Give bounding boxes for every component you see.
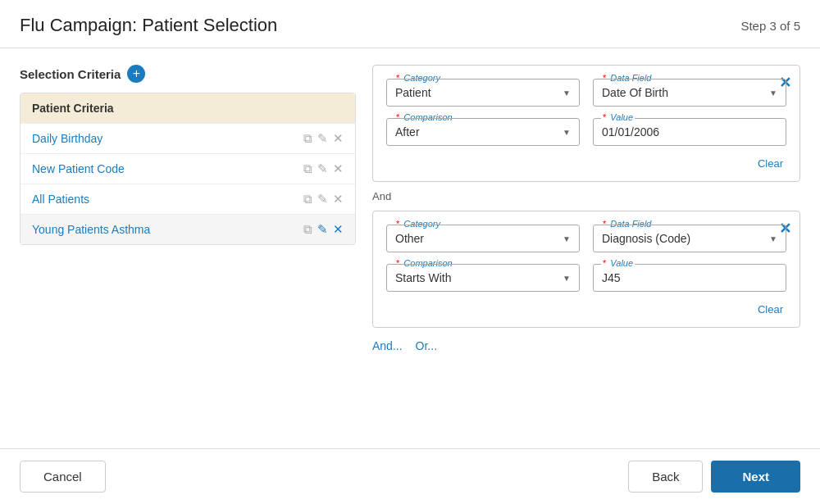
category-select-2[interactable]: Patient Other: [387, 225, 579, 252]
data-field-select-wrapper[interactable]: Date Of Birth Diagnosis (Code): [593, 79, 786, 107]
value-label-2: * Value: [601, 258, 635, 268]
and-link[interactable]: And...: [372, 339, 403, 352]
criteria-item-actions: ⧉ ✎ ✕: [303, 161, 344, 176]
category-select-wrapper-2[interactable]: Patient Other: [386, 225, 580, 252]
page-footer: Cancel Back Next: [0, 448, 820, 504]
comparison-select-wrapper-2[interactable]: After Before Starts With: [386, 264, 580, 292]
category-field-group: * Category Patient Other: [386, 79, 580, 107]
criteria-list-header: Patient Criteria: [20, 93, 355, 123]
block2-top-row: * Category Patient Other * Data Field Da…: [386, 225, 786, 252]
comparison-field-group: * Comparison After Before Starts With: [386, 118, 580, 146]
criteria-block-2: ✕ * Category Patient Other * Data Field: [372, 211, 800, 328]
clear-row-1: Clear: [386, 157, 786, 170]
value-input-2[interactable]: [593, 264, 786, 292]
copy-icon[interactable]: ⧉: [303, 131, 312, 146]
list-item: All Patients ⧉ ✎ ✕: [20, 184, 355, 214]
or-link[interactable]: Or...: [416, 339, 437, 352]
copy-icon[interactable]: ⧉: [303, 222, 312, 237]
criteria-item-actions: ⧉ ✎ ✕: [303, 192, 344, 207]
data-field-group: * Data Field Date Of Birth Diagnosis (Co…: [593, 79, 786, 107]
criteria-list: Patient Criteria Daily Birthday ⧉ ✎ ✕ Ne…: [20, 93, 356, 245]
comparison-field-group-2: * Comparison After Before Starts With: [386, 264, 580, 292]
and-or-row: And... Or...: [372, 339, 800, 352]
data-field-select-2[interactable]: Date Of Birth Diagnosis (Code): [594, 225, 786, 252]
clear-row-2: Clear: [386, 303, 786, 316]
clear-button-2[interactable]: Clear: [758, 303, 783, 316]
criteria-item-actions: ⧉ ✎ ✕: [303, 131, 344, 146]
delete-icon[interactable]: ✕: [333, 161, 344, 176]
data-field-select-wrapper-2[interactable]: Date Of Birth Diagnosis (Code): [593, 225, 786, 252]
value-field-group-2: * Value: [593, 264, 786, 292]
list-item: Daily Birthday ⧉ ✎ ✕: [20, 123, 355, 153]
and-connector-label: And: [372, 190, 800, 202]
edit-icon[interactable]: ✎: [317, 222, 328, 237]
edit-icon[interactable]: ✎: [317, 131, 328, 146]
section-title-label: Selection Criteria: [20, 67, 121, 81]
value-field-group: * Value: [593, 118, 786, 146]
list-item: Young Patients Asthma ⧉ ✎ ✕: [20, 214, 355, 244]
category-select-wrapper[interactable]: Patient Other: [386, 79, 580, 107]
main-content: Selection Criteria + Patient Criteria Da…: [0, 48, 820, 448]
comparison-select-wrapper[interactable]: After Before Starts With: [386, 118, 580, 146]
copy-icon[interactable]: ⧉: [303, 192, 312, 207]
add-criteria-button[interactable]: +: [127, 65, 145, 83]
page-header: Flu Campaign: Patient Selection Step 3 o…: [0, 0, 820, 48]
criteria-item-label[interactable]: Daily Birthday: [32, 132, 102, 145]
left-panel: Selection Criteria + Patient Criteria Da…: [20, 65, 356, 432]
edit-icon[interactable]: ✎: [317, 161, 328, 176]
page-title: Flu Campaign: Patient Selection: [20, 15, 277, 36]
block2-bottom-row: * Comparison After Before Starts With * …: [386, 264, 786, 292]
category-field-group-2: * Category Patient Other: [386, 225, 580, 252]
list-item: New Patient Code ⧉ ✎ ✕: [20, 153, 355, 184]
next-button[interactable]: Next: [711, 461, 800, 493]
footer-right: Back Next: [628, 461, 800, 493]
data-field-group-2: * Data Field Date Of Birth Diagnosis (Co…: [593, 225, 786, 252]
edit-icon[interactable]: ✎: [317, 192, 328, 207]
criteria-item-label[interactable]: Young Patients Asthma: [32, 223, 150, 236]
value-label: * Value: [601, 112, 635, 122]
cancel-button[interactable]: Cancel: [20, 461, 106, 493]
data-field-select[interactable]: Date Of Birth Diagnosis (Code): [594, 79, 786, 106]
block1-top-row: * Category Patient Other * Data Field Da…: [386, 79, 786, 107]
value-input[interactable]: [593, 118, 786, 146]
delete-icon[interactable]: ✕: [333, 192, 344, 207]
criteria-item-label[interactable]: New Patient Code: [32, 162, 125, 175]
back-button[interactable]: Back: [628, 461, 703, 493]
right-panel: ✕ * Category Patient Other * Data Field: [372, 65, 800, 432]
delete-icon[interactable]: ✕: [333, 131, 344, 146]
category-select[interactable]: Patient Other: [387, 79, 579, 106]
clear-button-1[interactable]: Clear: [758, 157, 783, 170]
block1-bottom-row: * Comparison After Before Starts With * …: [386, 118, 786, 146]
criteria-block-1: ✕ * Category Patient Other * Data Field: [372, 65, 800, 182]
comparison-select-2[interactable]: After Before Starts With: [387, 265, 579, 291]
copy-icon[interactable]: ⧉: [303, 161, 312, 176]
section-title-row: Selection Criteria +: [20, 65, 356, 83]
criteria-item-actions: ⧉ ✎ ✕: [303, 222, 344, 237]
criteria-item-label[interactable]: All Patients: [32, 193, 89, 206]
step-indicator: Step 3 of 5: [740, 19, 800, 33]
comparison-select[interactable]: After Before Starts With: [387, 119, 579, 145]
footer-left: Cancel: [20, 461, 106, 493]
delete-icon[interactable]: ✕: [333, 222, 344, 237]
